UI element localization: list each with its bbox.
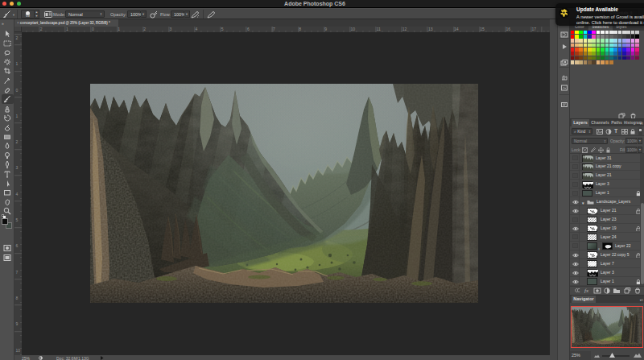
svg-text:fx: fx bbox=[584, 288, 589, 294]
